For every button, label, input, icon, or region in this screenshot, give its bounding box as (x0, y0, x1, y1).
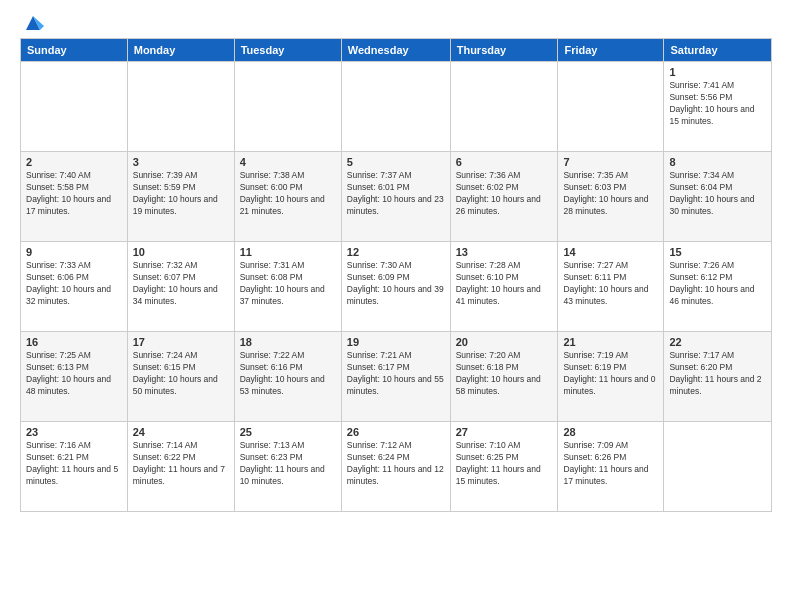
day-cell: 6Sunrise: 7:36 AM Sunset: 6:02 PM Daylig… (450, 152, 558, 242)
calendar: SundayMondayTuesdayWednesdayThursdayFrid… (20, 38, 772, 512)
weekday-header-monday: Monday (127, 39, 234, 62)
day-number: 16 (26, 336, 122, 348)
day-number: 21 (563, 336, 658, 348)
day-number: 4 (240, 156, 336, 168)
day-cell: 28Sunrise: 7:09 AM Sunset: 6:26 PM Dayli… (558, 422, 664, 512)
weekday-header-friday: Friday (558, 39, 664, 62)
day-info: Sunrise: 7:20 AM Sunset: 6:18 PM Dayligh… (456, 350, 553, 398)
day-number: 11 (240, 246, 336, 258)
day-cell (664, 422, 772, 512)
day-info: Sunrise: 7:10 AM Sunset: 6:25 PM Dayligh… (456, 440, 553, 488)
week-row-4: 16Sunrise: 7:25 AM Sunset: 6:13 PM Dayli… (21, 332, 772, 422)
day-cell: 23Sunrise: 7:16 AM Sunset: 6:21 PM Dayli… (21, 422, 128, 512)
day-cell: 3Sunrise: 7:39 AM Sunset: 5:59 PM Daylig… (127, 152, 234, 242)
day-cell: 7Sunrise: 7:35 AM Sunset: 6:03 PM Daylig… (558, 152, 664, 242)
day-number: 28 (563, 426, 658, 438)
week-row-1: 1Sunrise: 7:41 AM Sunset: 5:56 PM Daylig… (21, 62, 772, 152)
day-info: Sunrise: 7:19 AM Sunset: 6:19 PM Dayligh… (563, 350, 658, 398)
day-info: Sunrise: 7:13 AM Sunset: 6:23 PM Dayligh… (240, 440, 336, 488)
day-cell: 18Sunrise: 7:22 AM Sunset: 6:16 PM Dayli… (234, 332, 341, 422)
day-info: Sunrise: 7:33 AM Sunset: 6:06 PM Dayligh… (26, 260, 122, 308)
day-number: 20 (456, 336, 553, 348)
day-cell (234, 62, 341, 152)
day-info: Sunrise: 7:16 AM Sunset: 6:21 PM Dayligh… (26, 440, 122, 488)
day-info: Sunrise: 7:12 AM Sunset: 6:24 PM Dayligh… (347, 440, 445, 488)
logo (20, 16, 44, 28)
logo-icon (22, 12, 44, 34)
day-cell: 17Sunrise: 7:24 AM Sunset: 6:15 PM Dayli… (127, 332, 234, 422)
day-cell: 25Sunrise: 7:13 AM Sunset: 6:23 PM Dayli… (234, 422, 341, 512)
day-cell: 8Sunrise: 7:34 AM Sunset: 6:04 PM Daylig… (664, 152, 772, 242)
day-cell: 11Sunrise: 7:31 AM Sunset: 6:08 PM Dayli… (234, 242, 341, 332)
day-cell: 27Sunrise: 7:10 AM Sunset: 6:25 PM Dayli… (450, 422, 558, 512)
day-info: Sunrise: 7:36 AM Sunset: 6:02 PM Dayligh… (456, 170, 553, 218)
day-info: Sunrise: 7:27 AM Sunset: 6:11 PM Dayligh… (563, 260, 658, 308)
day-number: 8 (669, 156, 766, 168)
weekday-header-thursday: Thursday (450, 39, 558, 62)
day-number: 25 (240, 426, 336, 438)
day-cell: 1Sunrise: 7:41 AM Sunset: 5:56 PM Daylig… (664, 62, 772, 152)
day-number: 23 (26, 426, 122, 438)
day-cell: 10Sunrise: 7:32 AM Sunset: 6:07 PM Dayli… (127, 242, 234, 332)
page: SundayMondayTuesdayWednesdayThursdayFrid… (0, 0, 792, 612)
day-info: Sunrise: 7:17 AM Sunset: 6:20 PM Dayligh… (669, 350, 766, 398)
day-number: 24 (133, 426, 229, 438)
day-cell (127, 62, 234, 152)
day-info: Sunrise: 7:41 AM Sunset: 5:56 PM Dayligh… (669, 80, 766, 128)
day-number: 22 (669, 336, 766, 348)
day-number: 5 (347, 156, 445, 168)
week-row-2: 2Sunrise: 7:40 AM Sunset: 5:58 PM Daylig… (21, 152, 772, 242)
weekday-header-wednesday: Wednesday (341, 39, 450, 62)
day-number: 12 (347, 246, 445, 258)
day-info: Sunrise: 7:39 AM Sunset: 5:59 PM Dayligh… (133, 170, 229, 218)
day-info: Sunrise: 7:38 AM Sunset: 6:00 PM Dayligh… (240, 170, 336, 218)
day-cell: 9Sunrise: 7:33 AM Sunset: 6:06 PM Daylig… (21, 242, 128, 332)
day-cell: 16Sunrise: 7:25 AM Sunset: 6:13 PM Dayli… (21, 332, 128, 422)
weekday-header-row: SundayMondayTuesdayWednesdayThursdayFrid… (21, 39, 772, 62)
day-info: Sunrise: 7:35 AM Sunset: 6:03 PM Dayligh… (563, 170, 658, 218)
day-number: 17 (133, 336, 229, 348)
day-cell: 2Sunrise: 7:40 AM Sunset: 5:58 PM Daylig… (21, 152, 128, 242)
day-info: Sunrise: 7:31 AM Sunset: 6:08 PM Dayligh… (240, 260, 336, 308)
day-cell: 13Sunrise: 7:28 AM Sunset: 6:10 PM Dayli… (450, 242, 558, 332)
day-number: 10 (133, 246, 229, 258)
day-cell: 4Sunrise: 7:38 AM Sunset: 6:00 PM Daylig… (234, 152, 341, 242)
day-cell: 15Sunrise: 7:26 AM Sunset: 6:12 PM Dayli… (664, 242, 772, 332)
day-cell: 20Sunrise: 7:20 AM Sunset: 6:18 PM Dayli… (450, 332, 558, 422)
day-info: Sunrise: 7:09 AM Sunset: 6:26 PM Dayligh… (563, 440, 658, 488)
weekday-header-sunday: Sunday (21, 39, 128, 62)
day-info: Sunrise: 7:22 AM Sunset: 6:16 PM Dayligh… (240, 350, 336, 398)
day-info: Sunrise: 7:24 AM Sunset: 6:15 PM Dayligh… (133, 350, 229, 398)
day-info: Sunrise: 7:26 AM Sunset: 6:12 PM Dayligh… (669, 260, 766, 308)
day-info: Sunrise: 7:30 AM Sunset: 6:09 PM Dayligh… (347, 260, 445, 308)
day-cell: 26Sunrise: 7:12 AM Sunset: 6:24 PM Dayli… (341, 422, 450, 512)
day-cell (21, 62, 128, 152)
header (20, 16, 772, 28)
day-info: Sunrise: 7:40 AM Sunset: 5:58 PM Dayligh… (26, 170, 122, 218)
day-info: Sunrise: 7:37 AM Sunset: 6:01 PM Dayligh… (347, 170, 445, 218)
day-number: 14 (563, 246, 658, 258)
day-info: Sunrise: 7:14 AM Sunset: 6:22 PM Dayligh… (133, 440, 229, 488)
day-cell: 19Sunrise: 7:21 AM Sunset: 6:17 PM Dayli… (341, 332, 450, 422)
day-info: Sunrise: 7:34 AM Sunset: 6:04 PM Dayligh… (669, 170, 766, 218)
day-number: 26 (347, 426, 445, 438)
day-number: 3 (133, 156, 229, 168)
day-cell (558, 62, 664, 152)
weekday-header-tuesday: Tuesday (234, 39, 341, 62)
day-number: 2 (26, 156, 122, 168)
day-number: 1 (669, 66, 766, 78)
day-cell: 5Sunrise: 7:37 AM Sunset: 6:01 PM Daylig… (341, 152, 450, 242)
day-number: 15 (669, 246, 766, 258)
week-row-3: 9Sunrise: 7:33 AM Sunset: 6:06 PM Daylig… (21, 242, 772, 332)
day-cell: 21Sunrise: 7:19 AM Sunset: 6:19 PM Dayli… (558, 332, 664, 422)
day-info: Sunrise: 7:21 AM Sunset: 6:17 PM Dayligh… (347, 350, 445, 398)
week-row-5: 23Sunrise: 7:16 AM Sunset: 6:21 PM Dayli… (21, 422, 772, 512)
day-info: Sunrise: 7:25 AM Sunset: 6:13 PM Dayligh… (26, 350, 122, 398)
day-number: 9 (26, 246, 122, 258)
day-number: 27 (456, 426, 553, 438)
day-cell: 12Sunrise: 7:30 AM Sunset: 6:09 PM Dayli… (341, 242, 450, 332)
day-cell: 24Sunrise: 7:14 AM Sunset: 6:22 PM Dayli… (127, 422, 234, 512)
day-number: 6 (456, 156, 553, 168)
day-cell: 14Sunrise: 7:27 AM Sunset: 6:11 PM Dayli… (558, 242, 664, 332)
day-number: 19 (347, 336, 445, 348)
